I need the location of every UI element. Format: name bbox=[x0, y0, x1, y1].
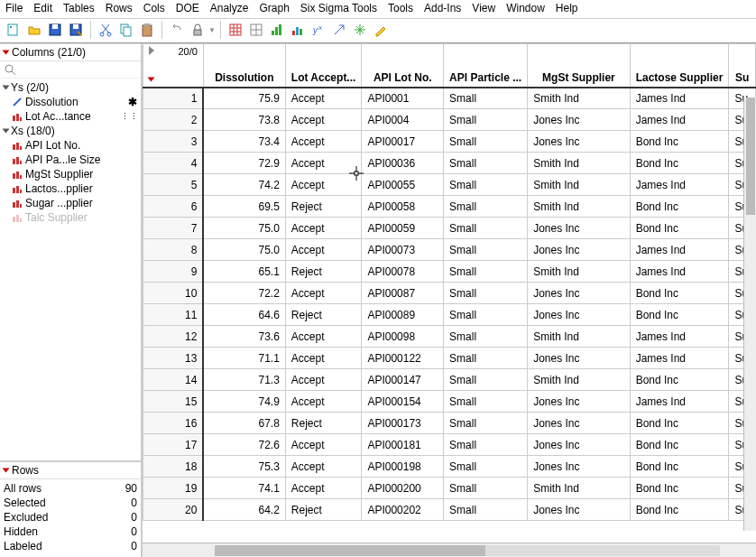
row-header[interactable]: 4 bbox=[143, 153, 204, 174]
col-header-mgst[interactable]: MgSt Supplier bbox=[528, 44, 631, 88]
cell-accept[interactable]: Accept bbox=[285, 88, 362, 109]
cell-accept[interactable]: Accept bbox=[285, 239, 362, 261]
row-header[interactable]: 1 bbox=[143, 88, 204, 109]
cell-mgst[interactable]: Jones Inc bbox=[528, 218, 631, 239]
table-row[interactable]: 175.9AcceptAPI0001SmallSmith IndJames In… bbox=[143, 88, 756, 109]
col-header-dissolution[interactable]: Dissolution bbox=[203, 44, 285, 88]
table-row[interactable]: 965.1RejectAPI00078SmallSmith IndJames I… bbox=[143, 261, 756, 283]
cell-dissolution[interactable]: 72.9 bbox=[203, 153, 285, 174]
table-row[interactable]: 373.4AcceptAPI00017SmallJones IncBond In… bbox=[143, 131, 756, 153]
menu-tools[interactable]: Tools bbox=[388, 2, 413, 14]
table-row[interactable]: 775.0AcceptAPI00059SmallJones IncBond In… bbox=[143, 218, 756, 239]
row-header[interactable]: 7 bbox=[143, 218, 204, 239]
menu-doe[interactable]: DOE bbox=[176, 2, 199, 14]
table-row[interactable]: 273.8AcceptAPI0004SmallJones IncJames In… bbox=[143, 109, 756, 131]
cell-apilot[interactable]: API000202 bbox=[362, 499, 444, 521]
row-header[interactable]: 2 bbox=[143, 109, 204, 131]
stat-excluded[interactable]: Excluded0 bbox=[4, 510, 137, 525]
cell-dissolution[interactable]: 67.8 bbox=[203, 413, 285, 434]
horizontal-scrollbar[interactable] bbox=[143, 543, 756, 557]
cell-particle[interactable]: Small bbox=[444, 109, 528, 131]
cell-dissolution[interactable]: 75.0 bbox=[203, 239, 285, 261]
pencil-button[interactable] bbox=[372, 21, 390, 39]
table-row[interactable]: 1875.3AcceptAPI000198SmallJones IncBond … bbox=[143, 456, 756, 478]
cell-particle[interactable]: Small bbox=[444, 456, 528, 478]
stat-labeled[interactable]: Labeled0 bbox=[4, 539, 137, 553]
cell-dissolution[interactable]: 75.0 bbox=[203, 218, 285, 239]
menu-view[interactable]: View bbox=[472, 2, 495, 14]
cell-apilot[interactable]: API00059 bbox=[362, 218, 444, 239]
row-header[interactable]: 16 bbox=[143, 413, 204, 434]
cell-lactose[interactable]: James Ind bbox=[630, 326, 729, 348]
cell-lactose[interactable]: Bond Inc bbox=[630, 434, 729, 456]
cell-particle[interactable]: Small bbox=[444, 239, 528, 261]
cell-particle[interactable]: Small bbox=[444, 153, 528, 174]
row-header[interactable]: 11 bbox=[143, 304, 204, 326]
stat-allrows[interactable]: All rows90 bbox=[4, 481, 137, 496]
col-mgst[interactable]: MgSt Supplier bbox=[2, 167, 139, 181]
cell-apilot[interactable]: API00036 bbox=[362, 153, 444, 174]
cell-dissolution[interactable]: 71.1 bbox=[203, 348, 285, 369]
row-header[interactable]: 13 bbox=[143, 348, 204, 369]
table-row[interactable]: 472.9AcceptAPI00036SmallSmith IndBond In… bbox=[143, 153, 756, 174]
cell-accept[interactable]: Reject bbox=[285, 261, 362, 283]
cell-particle[interactable]: Small bbox=[444, 261, 528, 283]
cell-accept[interactable]: Reject bbox=[285, 413, 362, 434]
cell-dissolution[interactable]: 71.3 bbox=[203, 369, 285, 391]
cell-mgst[interactable]: Jones Inc bbox=[528, 391, 631, 413]
cell-mgst[interactable]: Smith Ind bbox=[528, 196, 631, 218]
cell-accept[interactable]: Accept bbox=[285, 456, 362, 478]
cell-particle[interactable]: Small bbox=[444, 174, 528, 196]
cell-dissolution[interactable]: 74.2 bbox=[203, 174, 285, 196]
cell-particle[interactable]: Small bbox=[444, 478, 528, 499]
cell-dissolution[interactable]: 72.6 bbox=[203, 434, 285, 456]
cell-particle[interactable]: Small bbox=[444, 88, 528, 109]
cell-dissolution[interactable]: 64.6 bbox=[203, 304, 285, 326]
col-api-lot[interactable]: API Lot No. bbox=[2, 138, 139, 153]
menu-addins[interactable]: Add-Ins bbox=[424, 2, 461, 14]
cell-apilot[interactable]: API00073 bbox=[362, 239, 444, 261]
cell-mgst[interactable]: Smith Ind bbox=[528, 153, 631, 174]
row-header[interactable]: 17 bbox=[143, 434, 204, 456]
row-header[interactable]: 20 bbox=[143, 499, 204, 521]
table-row[interactable]: 2064.2RejectAPI000202SmallJones IncBond … bbox=[143, 499, 756, 521]
cell-dissolution[interactable]: 75.9 bbox=[203, 88, 285, 109]
saveas-button[interactable] bbox=[67, 21, 85, 39]
row-header[interactable]: 10 bbox=[143, 283, 204, 304]
cell-particle[interactable]: Small bbox=[444, 131, 528, 153]
cell-mgst[interactable]: Smith Ind bbox=[528, 478, 631, 499]
row-header[interactable]: 19 bbox=[143, 478, 204, 499]
menu-cols[interactable]: Cols bbox=[143, 2, 165, 14]
lock-button[interactable] bbox=[189, 21, 207, 39]
fx-button[interactable]: yx bbox=[309, 21, 327, 39]
cell-particle[interactable]: Small bbox=[444, 218, 528, 239]
menu-tables[interactable]: Tables bbox=[63, 2, 95, 14]
arrow-button[interactable] bbox=[330, 21, 348, 39]
cell-mgst[interactable]: Jones Inc bbox=[528, 131, 631, 153]
star-button[interactable] bbox=[351, 21, 369, 39]
cell-accept[interactable]: Accept bbox=[285, 348, 362, 369]
cell-lactose[interactable]: Bond Inc bbox=[630, 456, 729, 478]
row-header[interactable]: 18 bbox=[143, 456, 204, 478]
cell-lactose[interactable]: James Ind bbox=[630, 88, 729, 109]
cell-accept[interactable]: Accept bbox=[285, 478, 362, 499]
cell-dissolution[interactable]: 73.4 bbox=[203, 131, 285, 153]
cell-apilot[interactable]: API00089 bbox=[362, 304, 444, 326]
cell-lactose[interactable]: Bond Inc bbox=[630, 218, 729, 239]
cell-mgst[interactable]: Jones Inc bbox=[528, 499, 631, 521]
cell-apilot[interactable]: API000200 bbox=[362, 478, 444, 499]
col-api-particle[interactable]: API Pa...le Size bbox=[2, 153, 139, 167]
cell-dissolution[interactable]: 69.5 bbox=[203, 196, 285, 218]
column-search[interactable] bbox=[0, 61, 141, 79]
cell-mgst[interactable]: Smith Ind bbox=[528, 261, 631, 283]
cell-accept[interactable]: Accept bbox=[285, 369, 362, 391]
menu-file[interactable]: File bbox=[5, 2, 23, 14]
cell-particle[interactable]: Small bbox=[444, 391, 528, 413]
cell-mgst[interactable]: Jones Inc bbox=[528, 348, 631, 369]
menu-help[interactable]: Help bbox=[556, 2, 578, 14]
rows-panel-header[interactable]: Rows bbox=[0, 460, 141, 479]
table-row[interactable]: 1371.1AcceptAPI000122SmallJones IncJames… bbox=[143, 348, 756, 369]
cell-lactose[interactable]: Bond Inc bbox=[630, 369, 729, 391]
cell-dissolution[interactable]: 74.9 bbox=[203, 391, 285, 413]
cell-particle[interactable]: Small bbox=[444, 434, 528, 456]
